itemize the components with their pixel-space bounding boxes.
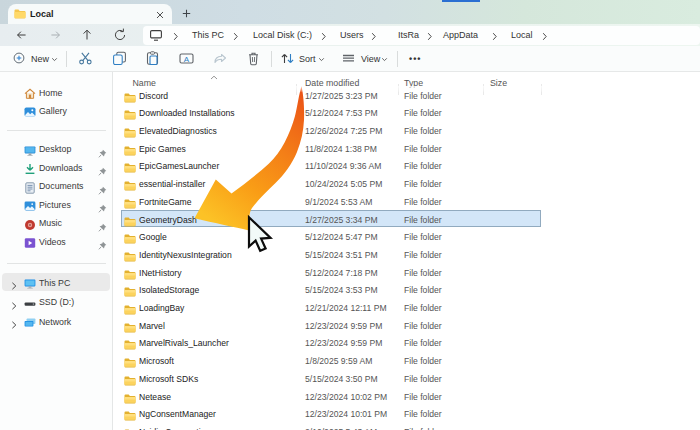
svg-text:A: A <box>184 55 190 64</box>
